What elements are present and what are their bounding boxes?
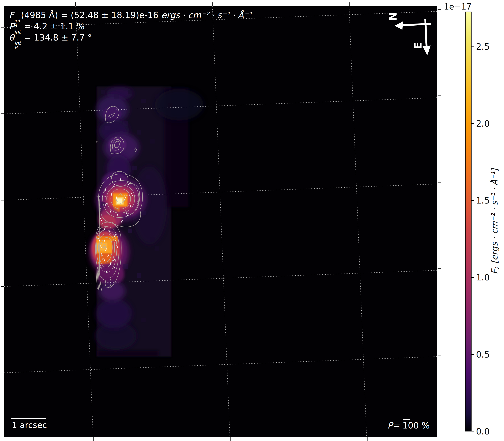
figure: Fintλ(4985 Å) = (52.48 ± 18.19)e-16 ergs…: [0, 0, 504, 441]
main-plot: Fintλ(4985 Å) = (52.48 ± 18.19)e-16 ergs…: [4, 6, 438, 437]
colorbar-offset-label: 1e−17: [438, 2, 472, 11]
colorbar-tick: [472, 123, 474, 124]
north-arrow-head: [395, 21, 403, 30]
compass-arrows: [395, 19, 431, 55]
colorbar-tick: [472, 431, 474, 431]
colorbar-tick-label: 2.0: [476, 119, 490, 129]
angle-symbol: θ: [9, 32, 14, 43]
colorbar-tick-label: 1.5: [476, 195, 490, 205]
colorbar-tick: [472, 47, 474, 47]
angle-annotation: θintP = 134.8 ± 7.7 °: [9, 32, 252, 44]
polarization-annotation: Pint = 4.2 ± 1.1 %: [9, 21, 252, 32]
polarization-scale: P= 100 %: [387, 421, 430, 431]
colorbar-tick: [472, 200, 474, 201]
colorbar-tick-label: 2.5: [476, 42, 490, 52]
scalebar-label: 1 arcsec: [12, 420, 47, 430]
colorbar-gradient: [465, 12, 472, 431]
colorbar-tick-label: 1.0: [476, 272, 490, 283]
colorbar-axis-label: Fλ [ergs · cm⁻² · s⁻¹ · Å⁻¹]: [490, 169, 501, 274]
compass-east-label: E: [412, 42, 424, 49]
colorbar-tick: [472, 354, 474, 355]
flux-symbol: F: [9, 10, 14, 20]
coordinate-grid: [4, 6, 437, 437]
scalebar: [11, 418, 46, 419]
flux-annotation: Fintλ(4985 Å) = (52.48 ± 18.19)e-16 ergs…: [9, 10, 252, 21]
polarization-symbol: P: [9, 21, 14, 31]
compass-north-label: N: [387, 12, 399, 21]
flux-map-canvas: [4, 6, 437, 437]
polarization-scale-value: 100: [402, 421, 419, 431]
colorbar-tick-label: 0.0: [476, 426, 490, 437]
annotation-block: Fintλ(4985 Å) = (52.48 ± 18.19)e-16 ergs…: [9, 10, 252, 44]
colorbar-tick-label: 0.5: [476, 349, 490, 360]
colorbar-tick: [472, 277, 474, 278]
